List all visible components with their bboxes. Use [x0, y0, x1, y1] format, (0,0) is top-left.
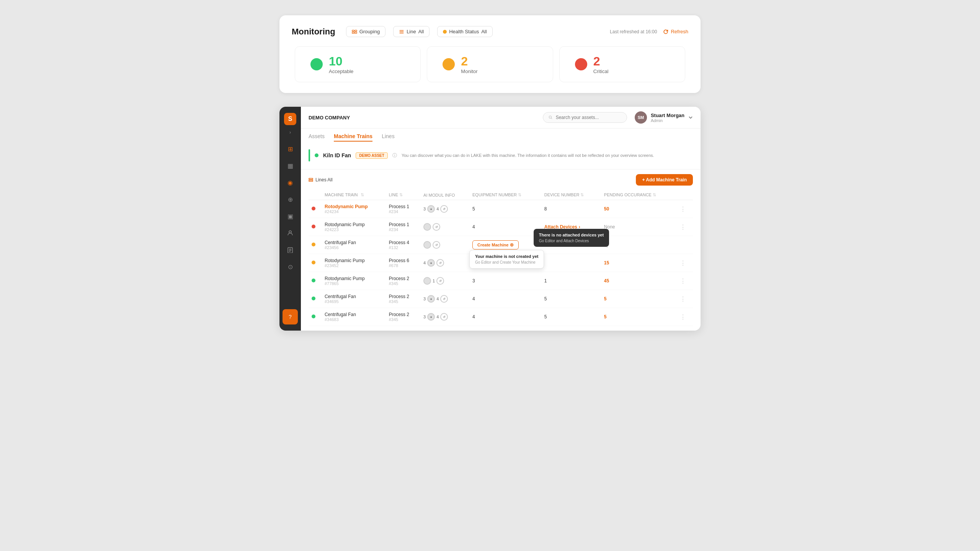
- more-btn-row6[interactable]: ⋮: [680, 296, 686, 302]
- machine-name-row6[interactable]: Centrifugal Fan: [325, 294, 383, 299]
- stat-label-critical: Critical: [593, 68, 609, 74]
- machine-trains-table: MACHINE TRAIN ⇅ LINE ⇅ AI MODUL INFO EQU…: [309, 190, 693, 326]
- lines-filter[interactable]: Lines All: [309, 177, 333, 183]
- tab-lines[interactable]: Lines: [382, 133, 394, 142]
- col-pending: PENDING OCCURANCE ⇅: [601, 190, 677, 200]
- sidebar-bottom-btn[interactable]: ?: [283, 309, 298, 324]
- machine-name-row1[interactable]: Rotodynamic Pump: [325, 204, 383, 209]
- avatar: SM: [635, 111, 647, 124]
- sidebar-item-layout[interactable]: ▣: [283, 209, 298, 224]
- sort-icon-device[interactable]: ⇅: [580, 192, 584, 197]
- stat-count-acceptable: 10: [329, 54, 353, 68]
- info-icon: ⓘ: [392, 152, 397, 159]
- status-dot-row5: [312, 279, 315, 282]
- health-label: Health Status: [449, 29, 479, 34]
- table-controls: Lines All + Add Machine Train: [309, 174, 693, 186]
- user-info: SM Stuart Morgan Admin: [635, 111, 693, 124]
- user-name: Stuart Morgan: [651, 112, 684, 118]
- stat-dot-monitor: [443, 58, 455, 70]
- col-actions: [677, 190, 693, 200]
- ai-circle2: ↺: [440, 205, 448, 213]
- last-refreshed-label: Last refreshed at 16:00: [610, 29, 657, 34]
- device-cell: 8: [541, 200, 601, 218]
- grouping-filter-btn[interactable]: Grouping: [346, 26, 385, 37]
- machine-name-row2[interactable]: Rotodynamic Pump: [325, 222, 383, 227]
- lines-filter-icon: [309, 178, 313, 182]
- attach-tooltip-title: There is no attached devices yet: [539, 233, 604, 237]
- svg-rect-8: [309, 180, 313, 181]
- table-wrapper: MACHINE TRAIN ⇅ LINE ⇅ AI MODUL INFO EQU…: [309, 190, 693, 326]
- status-dot-row1: [312, 207, 315, 210]
- table-row: Rotodynamic Pump #24223 Process 1 #234: [309, 218, 693, 236]
- svg-point-6: [549, 116, 551, 118]
- add-machine-train-button[interactable]: + Add Machine Train: [636, 174, 693, 186]
- refresh-button[interactable]: Refresh: [663, 29, 688, 34]
- stat-acceptable: 10 Acceptable: [295, 46, 421, 82]
- search-input[interactable]: [556, 115, 621, 120]
- status-bar-indicator: [309, 149, 310, 161]
- sort-icon-equipment[interactable]: ⇅: [518, 192, 521, 197]
- table-row: Centrifugal Fan #23456 Process 4 #132: [309, 236, 693, 254]
- actions-cell: ⋮: [677, 200, 693, 218]
- machine-name-row7[interactable]: Centrifugal Fan: [325, 312, 383, 317]
- sort-icon-line[interactable]: ⇅: [399, 192, 403, 197]
- asset-name: Kiln ID Fan: [323, 152, 351, 158]
- ai-circle1: ●: [427, 205, 435, 213]
- grouping-label: Grouping: [359, 29, 380, 34]
- stat-label-acceptable: Acceptable: [329, 68, 353, 74]
- user-dropdown-icon[interactable]: [688, 115, 693, 120]
- sort-icon-pending[interactable]: ⇅: [653, 192, 656, 197]
- tab-assets[interactable]: Assets: [309, 133, 325, 142]
- main-content: DEMO COMPANY SM Stuart Morgan Admin: [301, 107, 701, 331]
- device-attach-cell: Attach Devices › There is no attached de…: [541, 218, 601, 236]
- table-row: Rotodynamic Pump #77865 Process 2 #345: [309, 272, 693, 290]
- more-btn-row4[interactable]: ⋮: [680, 260, 686, 266]
- health-value: All: [481, 29, 487, 34]
- health-filter-btn[interactable]: Health Status All: [437, 26, 493, 37]
- create-tooltip-sub: Go Editor and Create Your Machine: [475, 260, 538, 264]
- sidebar-item-chart[interactable]: ▦: [283, 158, 298, 173]
- more-btn-row7[interactable]: ⋮: [680, 314, 686, 320]
- table-header-row: MACHINE TRAIN ⇅ LINE ⇅ AI MODUL INFO EQU…: [309, 190, 693, 200]
- search-box[interactable]: [543, 112, 627, 123]
- sidebar-chevron-icon[interactable]: ›: [289, 130, 291, 135]
- machine-name-row5[interactable]: Rotodynamic Pump: [325, 276, 383, 281]
- sort-icon-machine[interactable]: ⇅: [361, 192, 364, 197]
- create-machine-button[interactable]: Create Machine: [472, 240, 519, 249]
- machine-name-row3[interactable]: Centrifugal Fan: [325, 240, 383, 245]
- refresh-icon: [663, 29, 668, 34]
- tab-machine-trains[interactable]: Machine Trains: [334, 133, 372, 142]
- stat-count-critical: 2: [593, 54, 609, 68]
- stat-dot-acceptable: [310, 58, 323, 70]
- line-filter-btn[interactable]: Line All: [393, 26, 430, 37]
- machine-train-cell: Rotodynamic Pump #24234: [322, 200, 386, 218]
- refresh-label: Refresh: [671, 29, 688, 34]
- company-name: DEMO COMPANY: [309, 115, 350, 121]
- sidebar-item-user[interactable]: [283, 225, 298, 241]
- sidebar-item-fire[interactable]: ◉: [283, 175, 298, 190]
- pending-cell: 50: [601, 200, 677, 218]
- sidebar-item-dashboard[interactable]: ⊞: [283, 141, 298, 156]
- machine-name-row4[interactable]: Rotodynamic Pump: [325, 258, 383, 263]
- table-row: Rotodynamic Pump #24234 Process 1 #234 3: [309, 200, 693, 218]
- sidebar-item-globe[interactable]: ⊕: [283, 192, 298, 207]
- more-btn-row1[interactable]: ⋮: [680, 206, 686, 212]
- sidebar-item-settings[interactable]: ⊙: [283, 259, 298, 274]
- more-btn-row5[interactable]: ⋮: [680, 278, 686, 284]
- sidebar-item-report[interactable]: [283, 242, 298, 258]
- health-status-dot: [443, 30, 447, 34]
- user-role: Admin: [651, 118, 684, 123]
- sidebar: S › ⊞ ▦ ◉ ⊕ ▣ ⊙ ?: [279, 107, 301, 331]
- col-device: DEVICE NUMBER ⇅: [541, 190, 601, 200]
- attach-tooltip-sub: Go Editor and Attach Devices: [539, 239, 604, 243]
- stat-dot-critical: [575, 58, 587, 70]
- more-btn-row2[interactable]: ⋮: [680, 224, 686, 230]
- machine-id-row1: #24234: [325, 209, 383, 214]
- stat-count-monitor: 2: [461, 54, 477, 68]
- line-value: All: [418, 29, 424, 34]
- table-row: Centrifugal Fan #34695 Process 2 #345 3: [309, 290, 693, 308]
- row-status-cell: [309, 218, 322, 236]
- svg-rect-7: [309, 178, 313, 179]
- equipment-cell: 5: [469, 200, 541, 218]
- status-dot-row3: [312, 243, 315, 246]
